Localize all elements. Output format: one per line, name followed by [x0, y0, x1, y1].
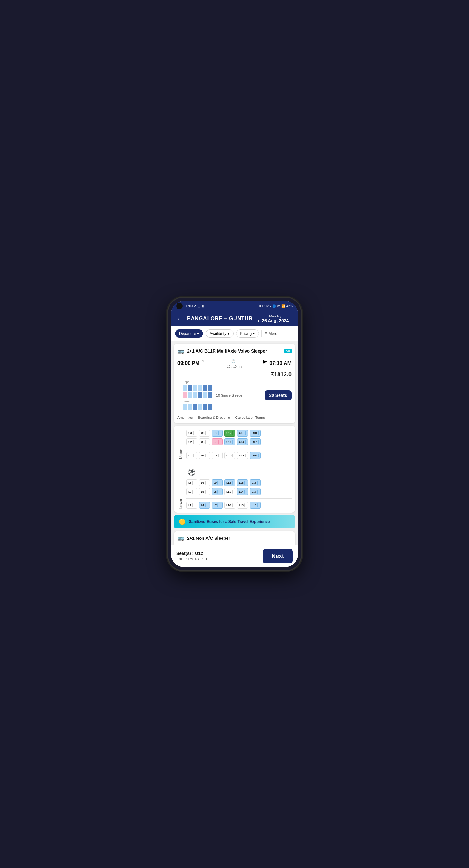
pricing-filter[interactable]: Pricing ▾ [236, 330, 259, 338]
content-scroll[interactable]: 🚌 2+1 A/C B11R MultiAxle Volvo Sleeper A… [171, 341, 298, 545]
upper-divider [186, 448, 292, 449]
seat-U16[interactable]: U16 [250, 452, 261, 459]
sanitized-icon: 🟡 [179, 518, 186, 525]
seat-U6[interactable]: U6 [199, 430, 210, 437]
seat-L16[interactable]: L16 [250, 502, 261, 509]
seat-L8[interactable]: L8 [212, 488, 223, 495]
tab-cancellation[interactable]: Cancellation Terms [235, 415, 265, 421]
upper-deck-label: Upper [177, 430, 184, 459]
seat-U14[interactable]: U14 [237, 438, 248, 445]
dash-line2 [236, 361, 262, 362]
bus-timing-1: 09:00 PM 🕐 ▶ 10 : 10 hrs 07:10 AM [174, 357, 295, 371]
seat-map-section: Upper U3 U6 U9 U12 U15 U18 [174, 426, 295, 513]
nav-bar: ← BANGALORE – GUNTUR Monday ‹ 26 Aug, 20… [171, 311, 298, 326]
seat-value: U12 [195, 551, 203, 556]
availability-filter[interactable]: Availibility ▾ [206, 330, 234, 338]
bottom-fare: Fare : Rs 1812.0 [176, 557, 263, 561]
status-signal: 5.00 KB/S [257, 304, 271, 308]
seat-L12[interactable]: L12 [224, 479, 235, 486]
status-right: 5.00 KB/S 🔵 Vo 📶 42% [257, 304, 293, 308]
seat-L18[interactable]: L18 [250, 479, 261, 486]
seat-U1[interactable]: U1 [186, 452, 198, 459]
seat-U11[interactable]: U11 [224, 438, 235, 445]
status-bar: 1:09 Z ⊟ ⊞ 5.00 KB/S 🔵 Vo 📶 42% [171, 301, 298, 311]
bus-name-2: 2+1 Non A/C Sleeper [187, 536, 292, 541]
route-title: BANGALORE – GUNTUR [187, 316, 258, 321]
tab-amenities[interactable]: Amenities [177, 415, 193, 421]
arrive-time-1: 07:10 AM [269, 361, 292, 366]
lower-steering-icon: ⚽ [187, 468, 196, 476]
layout-preview-grid: Upper [177, 380, 212, 410]
seat-L15[interactable]: L15 [237, 479, 248, 486]
prev-date-button[interactable]: ‹ [258, 318, 260, 323]
seat-L11[interactable]: L11 [224, 488, 235, 495]
date-label: 26 Aug, 2024 [262, 318, 289, 323]
day-label: Monday [269, 314, 282, 318]
date-section: Monday ‹ 26 Aug, 2024 › [258, 314, 293, 323]
duration-1: 🕐 ▶ 10 : 10 hrs [199, 358, 269, 368]
tabs-row: Amenities Boarding & Dropping Cancellati… [174, 413, 295, 423]
seat-L9[interactable]: L9 [212, 479, 223, 486]
price-row-1: ₹1812.0 [174, 371, 295, 380]
lower-deck-container: Lower ⚽ L3 L6 L9 L12 L15 [174, 463, 295, 513]
fare-value: : Rs 1812.0 [186, 557, 207, 561]
ac-badge: AC [284, 349, 292, 353]
seat-U13[interactable]: U13 [237, 452, 248, 459]
seat-U15[interactable]: U15 [237, 430, 248, 437]
seat-U7[interactable]: U7 [212, 452, 223, 459]
camera-cutout [176, 303, 182, 309]
seat-U17[interactable]: U17 [250, 438, 261, 445]
seat-U5[interactable]: U5 [199, 438, 210, 445]
status-time: 1:09 [186, 304, 193, 308]
seat-L5[interactable]: L5 [199, 488, 210, 495]
seat-U10[interactable]: U10 [224, 452, 235, 459]
tab-boarding[interactable]: Boarding & Dropping [198, 415, 230, 421]
seat-U9[interactable]: U9 [212, 430, 223, 437]
bus-header-2: 🚌 2+1 Non A/C Sleeper [174, 531, 295, 544]
lower-row-3: L1 L4 L7 L10 L13 L16 [186, 502, 292, 509]
seat-U2[interactable]: U2 [186, 438, 198, 445]
upper-seat-grid[interactable]: U3 U6 U9 U12 U15 U18 U2 U5 U8 U11 [186, 430, 292, 459]
status-battery: 42% [287, 304, 293, 308]
bottom-seats: Seat(s) : U12 [176, 551, 263, 556]
seat-L13[interactable]: L13 [237, 502, 248, 509]
seat-U12[interactable]: U12 [224, 430, 235, 437]
seat-U8[interactable]: U8 [212, 438, 223, 445]
sanitized-banner: 🟡 Sanitized Buses for a Safe Travel Expe… [174, 515, 295, 528]
filter-bar: Departure ▾ Availibility ▾ Pricing ▾ ⊞ M… [171, 326, 298, 341]
seat-U3[interactable]: U3 [186, 430, 198, 437]
bus-header-1: 🚌 2+1 A/C B11R MultiAxle Volvo Sleeper A… [174, 344, 295, 357]
upper-row-preview [182, 384, 212, 391]
seat-L14[interactable]: L14 [237, 488, 248, 495]
seat-U18[interactable]: U18 [250, 430, 261, 437]
seat-L1[interactable]: L1 [186, 502, 198, 509]
bottom-info: Seat(s) : U12 Fare : Rs 1812.0 [176, 551, 263, 561]
lower-row-1: L3 L6 L9 L12 L15 L18 [186, 479, 292, 486]
lower-icon-row: ⚽ [186, 467, 292, 477]
more-filter[interactable]: ⊞ More [264, 331, 277, 336]
bus-name-1: 2+1 A/C B11R MultiAxle Volvo Sleeper [187, 348, 282, 353]
seat-L7[interactable]: L7 [212, 502, 223, 509]
seat-L4[interactable]: L4 [199, 502, 210, 509]
dot-start [202, 360, 204, 363]
lower-seat-grid[interactable]: L3 L6 L9 L12 L15 L18 L2 L5 [186, 479, 292, 509]
departure-filter[interactable]: Departure ▾ [175, 330, 203, 338]
bus-card-2: 🚌 2+1 Non A/C Sleeper 03:30 PM 🕐 ▶ 11 [174, 531, 295, 545]
lower-deck-label: Lower [177, 467, 184, 509]
seat-label: Seat(s) : [176, 551, 194, 556]
bottom-bar: Seat(s) : U12 Fare : Rs 1812.0 Next [171, 545, 298, 567]
seat-L6[interactable]: L6 [199, 479, 210, 486]
seat-L17[interactable]: L17 [250, 488, 261, 495]
next-date-button[interactable]: › [291, 318, 293, 323]
bus-icon-1: 🚌 [177, 347, 184, 354]
next-button[interactable]: Next [263, 549, 293, 563]
back-button[interactable]: ← [176, 315, 183, 323]
seat-L10[interactable]: L10 [224, 502, 235, 509]
seat-L3[interactable]: L3 [186, 479, 198, 486]
seats-button[interactable]: 30 Seats [265, 390, 292, 400]
upper-label-preview: Upper [182, 380, 212, 384]
seat-L2[interactable]: L2 [186, 488, 198, 495]
seat-U4[interactable]: U4 [199, 452, 210, 459]
status-icons: ⊟ ⊞ [198, 304, 204, 308]
upper-row-1: U3 U6 U9 U12 U15 U18 [186, 430, 292, 437]
